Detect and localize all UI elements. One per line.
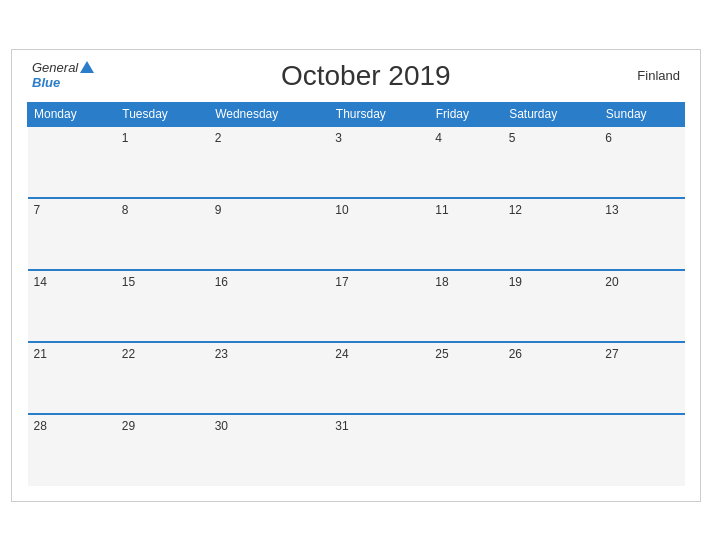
day-number: 7 bbox=[34, 203, 41, 217]
calendar-cell: 16 bbox=[209, 270, 330, 342]
calendar-cell bbox=[429, 414, 502, 486]
calendar-cell: 20 bbox=[599, 270, 684, 342]
day-number: 2 bbox=[215, 131, 222, 145]
calendar-cell: 18 bbox=[429, 270, 502, 342]
day-number: 22 bbox=[122, 347, 135, 361]
week-row-4: 21222324252627 bbox=[28, 342, 685, 414]
calendar-cell: 27 bbox=[599, 342, 684, 414]
day-number: 18 bbox=[435, 275, 448, 289]
day-number: 27 bbox=[605, 347, 618, 361]
calendar-cell: 19 bbox=[503, 270, 600, 342]
calendar-cell: 26 bbox=[503, 342, 600, 414]
weekday-header-row: MondayTuesdayWednesdayThursdayFridaySatu… bbox=[28, 102, 685, 126]
calendar-cell: 6 bbox=[599, 126, 684, 198]
logo-general-text: General bbox=[32, 61, 78, 75]
calendar-cell: 12 bbox=[503, 198, 600, 270]
calendar-title: October 2019 bbox=[94, 60, 637, 92]
logo: General Blue bbox=[32, 61, 94, 90]
weekday-header-tuesday: Tuesday bbox=[116, 102, 209, 126]
calendar-container: General Blue October 2019 Finland Monday… bbox=[11, 49, 701, 502]
weekday-header-monday: Monday bbox=[28, 102, 116, 126]
calendar-cell: 22 bbox=[116, 342, 209, 414]
calendar-header: General Blue October 2019 Finland bbox=[27, 60, 685, 92]
calendar-cell: 8 bbox=[116, 198, 209, 270]
calendar-table: MondayTuesdayWednesdayThursdayFridaySatu… bbox=[27, 102, 685, 486]
day-number: 6 bbox=[605, 131, 612, 145]
logo-blue-text: Blue bbox=[32, 76, 60, 90]
calendar-cell bbox=[503, 414, 600, 486]
weekday-header-thursday: Thursday bbox=[329, 102, 429, 126]
calendar-cell: 3 bbox=[329, 126, 429, 198]
day-number: 1 bbox=[122, 131, 129, 145]
day-number: 26 bbox=[509, 347, 522, 361]
day-number: 5 bbox=[509, 131, 516, 145]
week-row-5: 28293031 bbox=[28, 414, 685, 486]
day-number: 14 bbox=[34, 275, 47, 289]
day-number: 16 bbox=[215, 275, 228, 289]
calendar-cell: 13 bbox=[599, 198, 684, 270]
day-number: 23 bbox=[215, 347, 228, 361]
day-number: 19 bbox=[509, 275, 522, 289]
calendar-cell: 9 bbox=[209, 198, 330, 270]
country-label: Finland bbox=[637, 68, 680, 83]
calendar-cell: 5 bbox=[503, 126, 600, 198]
calendar-cell: 15 bbox=[116, 270, 209, 342]
day-number: 30 bbox=[215, 419, 228, 433]
weekday-header-friday: Friday bbox=[429, 102, 502, 126]
day-number: 31 bbox=[335, 419, 348, 433]
calendar-cell: 30 bbox=[209, 414, 330, 486]
calendar-cell: 23 bbox=[209, 342, 330, 414]
logo-triangle-icon bbox=[80, 61, 94, 73]
week-row-2: 78910111213 bbox=[28, 198, 685, 270]
day-number: 3 bbox=[335, 131, 342, 145]
day-number: 21 bbox=[34, 347, 47, 361]
calendar-cell: 25 bbox=[429, 342, 502, 414]
calendar-cell: 7 bbox=[28, 198, 116, 270]
day-number: 15 bbox=[122, 275, 135, 289]
day-number: 9 bbox=[215, 203, 222, 217]
week-row-1: 123456 bbox=[28, 126, 685, 198]
calendar-cell: 1 bbox=[116, 126, 209, 198]
calendar-cell: 17 bbox=[329, 270, 429, 342]
day-number: 17 bbox=[335, 275, 348, 289]
day-number: 25 bbox=[435, 347, 448, 361]
weekday-header-wednesday: Wednesday bbox=[209, 102, 330, 126]
calendar-cell: 24 bbox=[329, 342, 429, 414]
day-number: 4 bbox=[435, 131, 442, 145]
day-number: 24 bbox=[335, 347, 348, 361]
day-number: 12 bbox=[509, 203, 522, 217]
day-number: 29 bbox=[122, 419, 135, 433]
calendar-cell bbox=[28, 126, 116, 198]
day-number: 13 bbox=[605, 203, 618, 217]
calendar-cell: 4 bbox=[429, 126, 502, 198]
weekday-header-saturday: Saturday bbox=[503, 102, 600, 126]
day-number: 20 bbox=[605, 275, 618, 289]
week-row-3: 14151617181920 bbox=[28, 270, 685, 342]
calendar-cell bbox=[599, 414, 684, 486]
calendar-cell: 14 bbox=[28, 270, 116, 342]
calendar-cell: 29 bbox=[116, 414, 209, 486]
calendar-cell: 21 bbox=[28, 342, 116, 414]
calendar-cell: 11 bbox=[429, 198, 502, 270]
day-number: 11 bbox=[435, 203, 448, 217]
day-number: 8 bbox=[122, 203, 129, 217]
calendar-cell: 31 bbox=[329, 414, 429, 486]
calendar-cell: 10 bbox=[329, 198, 429, 270]
day-number: 28 bbox=[34, 419, 47, 433]
calendar-cell: 28 bbox=[28, 414, 116, 486]
day-number: 10 bbox=[335, 203, 348, 217]
weekday-header-sunday: Sunday bbox=[599, 102, 684, 126]
calendar-cell: 2 bbox=[209, 126, 330, 198]
